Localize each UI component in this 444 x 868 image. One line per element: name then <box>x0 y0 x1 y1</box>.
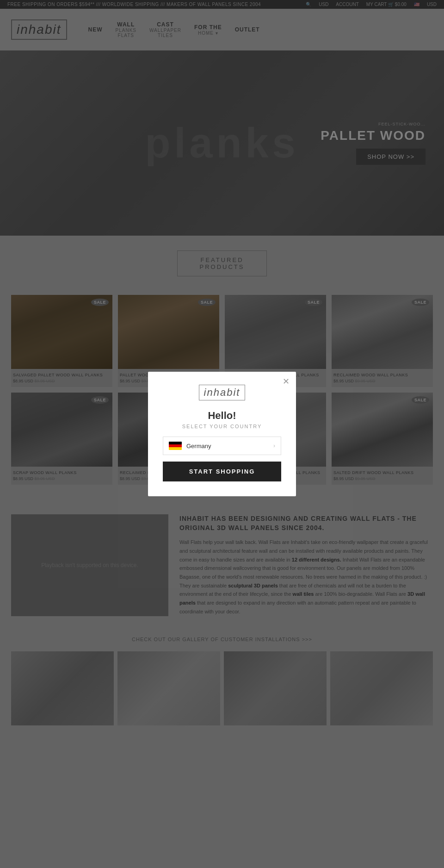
modal-hello: Hello! <box>163 410 281 422</box>
country-selection-modal: ✕ inhabit Hello! SELECT YOUR COUNTRY Ger… <box>148 372 296 496</box>
country-name: Germany <box>186 443 269 450</box>
start-shopping-button[interactable]: START SHOPPING <box>163 462 281 481</box>
germany-flag-icon <box>169 442 182 450</box>
modal-logo: inhabit <box>199 385 246 400</box>
chevron-right-icon: › <box>273 443 275 449</box>
modal-subtitle: SELECT YOUR COUNTRY <box>163 424 281 429</box>
modal-overlay: ✕ inhabit Hello! SELECT YOUR COUNTRY Ger… <box>0 0 444 725</box>
country-select[interactable]: Germany › <box>163 437 281 455</box>
modal-close-button[interactable]: ✕ <box>283 376 290 387</box>
